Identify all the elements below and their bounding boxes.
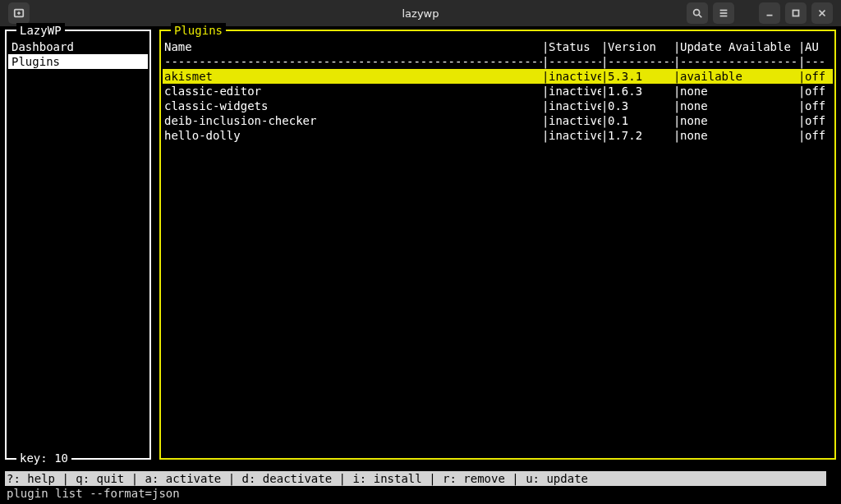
table-separator: ----------------------------------------… bbox=[163, 54, 833, 69]
menu-icon[interactable] bbox=[713, 2, 734, 24]
col-update: Update Available bbox=[680, 39, 798, 54]
plugin-version: 0.1 bbox=[608, 113, 673, 128]
plugin-update: none bbox=[680, 128, 798, 143]
svg-point-3 bbox=[694, 10, 700, 16]
plugin-version: 5.3.1 bbox=[608, 69, 673, 84]
plugin-status: inactive bbox=[549, 128, 601, 143]
plugin-name: classic-editor bbox=[163, 84, 542, 99]
svg-rect-9 bbox=[793, 11, 799, 16]
plugin-au: off bbox=[805, 99, 826, 113]
table-header: Name|Status|Version|Update Available|AU bbox=[163, 39, 833, 54]
plugin-au: off bbox=[805, 84, 826, 99]
plugin-status: inactive bbox=[549, 113, 601, 128]
plugin-name: hello-dolly bbox=[163, 128, 542, 143]
plugin-version: 1.7.2 bbox=[608, 128, 673, 143]
sidebar-panel: LazyWP Dashboard Plugins key: 10 bbox=[5, 30, 151, 460]
plugin-name: akismet bbox=[163, 69, 542, 84]
sidebar-item-dashboard[interactable]: Dashboard bbox=[8, 39, 148, 54]
maximize-icon[interactable] bbox=[785, 2, 807, 24]
table-row[interactable]: akismet|inactive|5.3.1|available|off bbox=[163, 69, 833, 84]
plugins-title: Plugins bbox=[171, 23, 226, 38]
col-au: AU bbox=[805, 39, 826, 54]
plugin-name: deib-inclusion-checker bbox=[163, 113, 542, 128]
plugin-status: inactive bbox=[549, 84, 601, 99]
minimize-icon[interactable] bbox=[759, 2, 780, 24]
plugin-au: off bbox=[805, 69, 826, 84]
col-name: Name bbox=[163, 39, 542, 54]
table-row[interactable]: hello-dolly|inactive|1.7.2|none|off bbox=[163, 128, 833, 143]
plugin-name: classic-widgets bbox=[163, 99, 542, 113]
plugin-update: none bbox=[680, 84, 798, 99]
terminal-area: LazyWP Dashboard Plugins key: 10 Plugins… bbox=[0, 26, 841, 504]
plugin-update: available bbox=[680, 69, 798, 84]
command-line: plugin list --format=json bbox=[5, 486, 836, 501]
window-titlebar: lazywp bbox=[0, 0, 841, 26]
plugin-au: off bbox=[805, 113, 826, 128]
plugin-update: none bbox=[680, 113, 798, 128]
plugin-version: 1.6.3 bbox=[608, 84, 673, 99]
plugin-version: 0.3 bbox=[608, 99, 673, 113]
sidebar-footer: key: 10 bbox=[16, 451, 71, 465]
col-version: Version bbox=[608, 39, 673, 54]
plugin-update: none bbox=[680, 99, 798, 113]
col-status: Status bbox=[549, 39, 601, 54]
new-tab-icon[interactable] bbox=[8, 2, 30, 24]
help-bar: ?: help | q: quit | a: activate | d: dea… bbox=[5, 471, 826, 486]
plugins-panel: Plugins Name|Status|Version|Update Avail… bbox=[159, 30, 836, 460]
table-row[interactable]: classic-widgets|inactive|0.3|none|off bbox=[163, 99, 833, 113]
window-title: lazywp bbox=[402, 7, 439, 20]
table-row[interactable]: classic-editor|inactive|1.6.3|none|off bbox=[163, 84, 833, 99]
sidebar-item-plugins[interactable]: Plugins bbox=[8, 54, 148, 69]
plugin-status: inactive bbox=[549, 69, 601, 84]
svg-line-4 bbox=[699, 15, 702, 18]
search-icon[interactable] bbox=[687, 2, 708, 24]
plugin-status: inactive bbox=[549, 99, 601, 113]
plugin-au: off bbox=[805, 128, 826, 143]
close-icon[interactable] bbox=[811, 2, 833, 24]
table-row[interactable]: deib-inclusion-checker|inactive|0.1|none… bbox=[163, 113, 833, 128]
sidebar-title: LazyWP bbox=[16, 23, 65, 38]
